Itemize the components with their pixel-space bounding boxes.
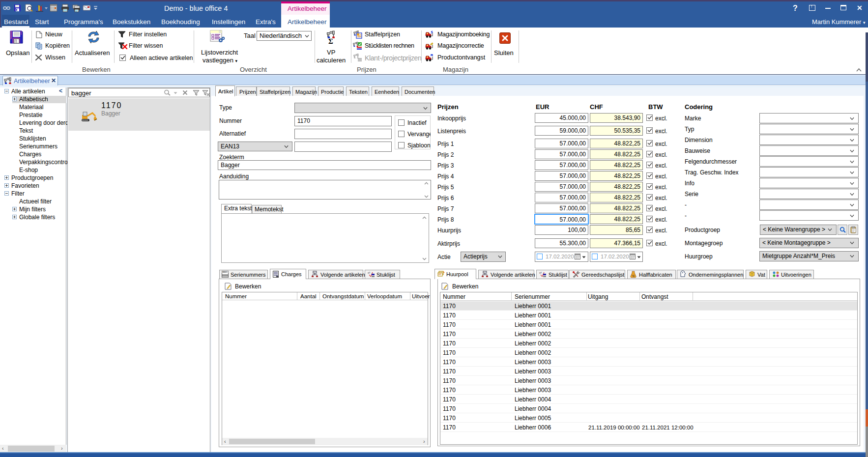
- svg-text:x²: x²: [539, 271, 542, 274]
- svg-text:SN12: SN12: [223, 271, 227, 273]
- svg-text:x²: x²: [368, 271, 370, 274]
- svg-text:%: %: [633, 275, 635, 278]
